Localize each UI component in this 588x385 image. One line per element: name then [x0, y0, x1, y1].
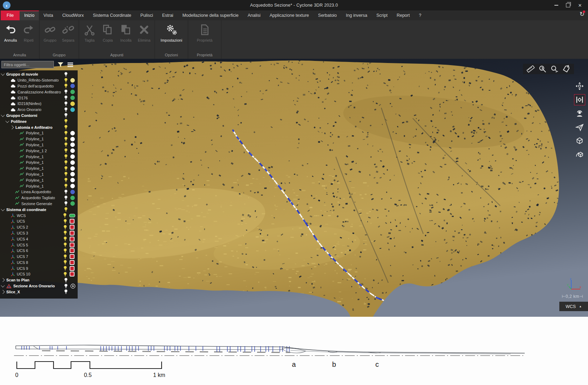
ucs-inactive-indicator[interactable] [70, 225, 75, 230]
visibility-bulb-icon[interactable] [64, 148, 68, 153]
menu-tab-cloudworx[interactable]: CloudWorx [58, 10, 88, 20]
menu-tab-script[interactable]: Script [372, 10, 392, 20]
ruler-icon[interactable] [526, 65, 535, 73]
separa-button[interactable]: Separa [59, 23, 77, 43]
tree-item-ucs-2[interactable]: UCS 2 [0, 224, 78, 230]
color-swatch[interactable] [70, 102, 75, 106]
visibility-bulb-icon[interactable] [64, 78, 68, 83]
visibility-bulb-icon[interactable] [64, 207, 68, 212]
color-swatch[interactable] [70, 137, 75, 141]
tree-item-polyline-1[interactable]: Polyline_1 [0, 160, 78, 166]
play-icon[interactable] [70, 284, 76, 289]
ripeti-button[interactable]: Ripeti [20, 23, 38, 43]
impostazioni-button[interactable]: Impostazioni [156, 23, 186, 43]
menu-tab-pulisci[interactable]: Pulisci [136, 10, 157, 20]
measure-path-icon[interactable] [550, 65, 559, 73]
tree-item-gruppo-contorni[interactable]: Gruppo Contorni [0, 113, 78, 119]
tree-item-linea-acquedotto[interactable]: Linea Acquedotto [0, 189, 78, 195]
export-view-icon[interactable] [574, 149, 585, 160]
visibility-bulb-icon[interactable] [63, 248, 67, 253]
visibility-bulb-icon[interactable] [64, 284, 68, 289]
menu-tab-report[interactable]: Report [392, 10, 415, 20]
color-swatch[interactable] [70, 154, 75, 159]
color-swatch[interactable] [70, 131, 75, 135]
visibility-bulb-icon[interactable] [64, 131, 68, 136]
visibility-bulb-icon[interactable] [64, 83, 68, 89]
color-swatch[interactable] [70, 172, 75, 176]
filter-icon[interactable] [57, 62, 64, 68]
copia-button[interactable]: Copia [99, 23, 117, 43]
color-swatch[interactable] [70, 201, 75, 206]
tree-item-ucs[interactable]: UCS [0, 218, 78, 224]
tree-item-ucs-6[interactable]: UCS 6 [0, 248, 78, 254]
tree-item-polyline-1[interactable]: Polyline_1 [0, 183, 78, 189]
color-swatch[interactable] [70, 148, 75, 153]
ucs-inactive-indicator[interactable] [70, 219, 75, 224]
minimize-button[interactable] [550, 0, 562, 10]
tree-item-ucs-8[interactable]: UCS 8 [0, 260, 78, 266]
tree-item-canalizzazione-anfiteatro[interactable]: Canalizzazione Anfiteatro [0, 89, 78, 95]
visibility-bulb-icon[interactable] [64, 172, 68, 177]
viewport-3d[interactable]: z x y ⊢0,2 km⊣ WCS ▲ Gruppo di nuvoleUni… [0, 59, 588, 317]
tree-item-ucs-4[interactable]: UCS 4 [0, 236, 78, 242]
color-swatch[interactable] [70, 166, 75, 171]
elimina-button[interactable]: Elimina [135, 23, 153, 43]
visibility-bulb-icon[interactable] [63, 260, 67, 265]
close-button[interactable]: ✕ [574, 0, 586, 10]
chevron-collapsed-icon[interactable] [1, 290, 5, 294]
tree-item-id218-ninfeo[interactable]: ID218(Ninfeo) [0, 101, 78, 107]
tree-item-ucs-5[interactable]: UCS 5 [0, 242, 78, 248]
chevron-expanded-icon[interactable] [1, 72, 5, 76]
tree-item-wcs[interactable]: WCS [0, 212, 78, 218]
tree-item-ucs-7[interactable]: UCS 7 [0, 254, 78, 260]
visibility-bulb-icon[interactable] [64, 136, 68, 142]
tree-item-sezione-generale[interactable]: Sezione Generale [0, 201, 78, 207]
filter-input[interactable] [1, 61, 54, 68]
chevron-collapsed-icon[interactable] [1, 278, 5, 282]
tree-item-polyline-1[interactable]: Polyline_1 [0, 130, 78, 136]
tree-item-slice-x[interactable]: Slice_X [0, 289, 78, 295]
visibility-bulb-icon[interactable] [63, 225, 67, 230]
visibility-bulb-icon[interactable] [63, 230, 67, 236]
fit-view-icon[interactable] [574, 94, 585, 105]
ucs-inactive-indicator[interactable] [70, 237, 75, 241]
color-swatch[interactable] [70, 160, 75, 165]
visibility-bulb-icon[interactable] [64, 125, 68, 130]
visibility-bulb-icon[interactable] [64, 289, 68, 294]
tree-item-gruppo-di-nuvole[interactable]: Gruppo di nuvole [0, 71, 78, 77]
color-swatch[interactable] [70, 184, 75, 188]
visibility-bulb-icon[interactable] [64, 195, 68, 201]
visibility-bulb-icon[interactable] [64, 119, 68, 124]
tree-item-polyline-1[interactable]: Polyline_1 [0, 177, 78, 183]
gruppo-button[interactable]: Gruppo [41, 23, 59, 43]
visibility-bulb-icon[interactable] [64, 95, 68, 100]
color-swatch[interactable] [70, 190, 75, 194]
taglia-button[interactable]: Taglia [80, 23, 99, 43]
visibility-bulb-icon[interactable] [64, 142, 68, 147]
tree-item-ucs-9[interactable]: UCS 9 [0, 265, 78, 271]
pan-view-icon[interactable] [574, 80, 585, 92]
visibility-bulb-icon[interactable] [64, 189, 68, 195]
tree-item-polyline-1[interactable]: Polyline_1 [0, 154, 78, 160]
chevron-expanded-icon[interactable] [1, 113, 5, 117]
tree-item-sezione-arco-onorario[interactable]: Sezione Arco Onorario [0, 283, 78, 289]
tree-item-unito-rifinito-sistemato[interactable]: Unito_Rifinito-Sistemato [0, 77, 78, 83]
maximize-button[interactable] [562, 0, 574, 10]
tree-item-id176[interactable]: ID176 [0, 95, 78, 101]
tree-item-acquedotto-tagliato[interactable]: Acquedotto Tagliato [0, 195, 78, 201]
ucs-inactive-indicator[interactable] [70, 231, 75, 236]
visibility-bulb-icon[interactable] [64, 101, 68, 106]
annulla-button[interactable]: Annulla [1, 23, 20, 43]
tree-item-pozzi-dell-acquedotto[interactable]: Pozzi dell'acquedotto [0, 83, 78, 89]
ucs-inactive-indicator[interactable] [70, 254, 75, 259]
color-swatch[interactable] [70, 196, 75, 200]
visibility-bulb-icon[interactable] [64, 107, 68, 112]
tree-item-polyline-1[interactable]: Polyline_1 [0, 142, 78, 148]
visibility-bulb-icon[interactable] [63, 236, 67, 241]
refresh-icon[interactable]: ↻ [580, 11, 585, 17]
tree-item-latomia-e-anfiteatro[interactable]: Latomia e Anfiteatro [0, 124, 78, 130]
tree-item-polyline-1-2[interactable]: Polyline_1 2 [0, 148, 78, 154]
color-swatch[interactable] [70, 142, 75, 147]
color-swatch[interactable] [70, 107, 75, 112]
tree-item-ucs-3[interactable]: UCS 3 [0, 230, 78, 236]
